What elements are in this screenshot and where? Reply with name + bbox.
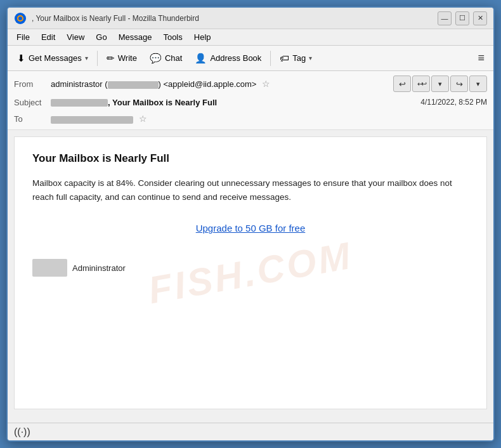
window-controls: — ☐ ✕	[438, 11, 487, 25]
address-book-icon: 👤	[195, 53, 207, 63]
title-bar: , Your Mailbox is Nearly Full - Mozilla …	[8, 8, 493, 29]
to-row: To ☆	[8, 110, 493, 127]
get-messages-button[interactable]: ⬇ Get Messages ▾	[11, 48, 94, 69]
email-body-scroll[interactable]: FISH.COM Your Mailbox is Nearly Full Mai…	[8, 130, 493, 423]
reply-dropdown-button[interactable]: ▾	[431, 76, 449, 92]
subject-row: Subject , Your Mailbox is Nearly Full 4/…	[8, 94, 493, 110]
menu-view[interactable]: View	[62, 31, 89, 43]
signature-line: Admininstrator	[32, 259, 469, 277]
main-window: , Your Mailbox is Nearly Full - Mozilla …	[6, 6, 495, 442]
menu-tools[interactable]: Tools	[158, 31, 187, 43]
toolbar: ⬇ Get Messages ▾ ✏ Write 💬 Chat 👤 Addres…	[8, 46, 493, 71]
menu-message[interactable]: Message	[114, 31, 157, 43]
tag-dropdown-arrow[interactable]: ▾	[309, 55, 312, 62]
email-timestamp: 4/11/2022, 8:52 PM	[420, 98, 487, 107]
subject-value: , Your Mailbox is Nearly Full	[51, 98, 414, 107]
maximize-button[interactable]: ☐	[455, 11, 469, 25]
chat-button[interactable]: 💬 Chat	[144, 48, 188, 69]
menu-bar: File Edit View Go Message Tools Help	[8, 29, 493, 46]
from-row: From administrastor ( ) <appleid@iid.app…	[8, 74, 493, 94]
tag-button[interactable]: 🏷 Tag ▾	[274, 48, 318, 69]
more-button[interactable]: ▾	[469, 76, 487, 92]
hamburger-menu-button[interactable]: ≡	[472, 49, 490, 67]
forward-button[interactable]: ↪	[450, 76, 468, 92]
email-header: From administrastor ( ) <appleid@iid.app…	[8, 71, 493, 130]
signature-name: Admininstrator	[72, 263, 126, 273]
from-label: From	[14, 79, 51, 89]
email-content-box: FISH.COM Your Mailbox is Nearly Full Mai…	[14, 136, 487, 409]
address-book-button[interactable]: 👤 Address Book	[189, 48, 267, 69]
to-star-icon[interactable]: ☆	[139, 114, 147, 124]
write-button[interactable]: ✏ Write	[101, 48, 143, 69]
window-title: , Your Mailbox is Nearly Full - Mozilla …	[32, 14, 438, 23]
chat-icon: 💬	[150, 53, 162, 63]
menu-file[interactable]: File	[11, 31, 35, 43]
from-value: administrastor ( ) <appleid@iid.apple.co…	[51, 79, 393, 89]
status-bar: ((·))	[8, 423, 493, 440]
email-body-wrapper: FISH.COM Your Mailbox is Nearly Full Mai…	[8, 130, 493, 423]
menu-go[interactable]: Go	[91, 31, 112, 43]
from-star-icon[interactable]: ☆	[262, 79, 270, 89]
toolbar-divider-1	[97, 51, 98, 66]
menu-help[interactable]: Help	[189, 31, 216, 43]
minimize-button[interactable]: —	[438, 11, 452, 25]
connection-status-icon: ((·))	[14, 426, 30, 438]
nav-buttons: ↩ ↩↩ ▾ ↪ ▾	[393, 76, 487, 92]
from-name: administrastor ( ) <appleid@iid.apple.co…	[51, 79, 256, 89]
subject-label: Subject	[14, 98, 51, 107]
get-messages-icon: ⬇	[17, 53, 25, 63]
svg-point-2	[18, 16, 22, 20]
to-label: To	[14, 114, 51, 124]
email-body-paragraph: Mailbox capacity is at 84%. Consider cle…	[32, 176, 469, 204]
signature-avatar	[32, 259, 67, 277]
app-logo	[14, 12, 27, 25]
upgrade-link[interactable]: Upgrade to 50 GB for free	[32, 223, 469, 234]
write-icon: ✏	[107, 53, 115, 63]
menu-edit[interactable]: Edit	[36, 31, 60, 43]
email-title: Your Mailbox is Nearly Full	[32, 152, 469, 165]
to-value: ☆	[51, 114, 487, 124]
reply-all-button[interactable]: ↩↩	[412, 76, 430, 92]
toolbar-divider-2	[270, 51, 271, 66]
close-button[interactable]: ✕	[473, 11, 487, 25]
get-messages-dropdown-arrow[interactable]: ▾	[85, 55, 88, 62]
reply-button[interactable]: ↩	[393, 76, 411, 92]
tag-icon: 🏷	[280, 53, 289, 63]
